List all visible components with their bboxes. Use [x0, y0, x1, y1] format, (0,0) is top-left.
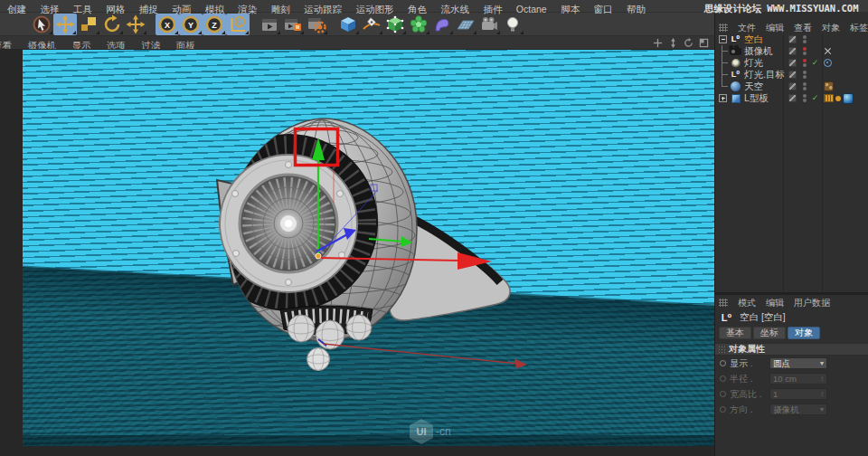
am-menu-userdata[interactable]: 用户数据: [794, 297, 830, 309]
am-menu-mode[interactable]: 模式: [738, 297, 756, 309]
display-dropdown[interactable]: 圆点: [769, 357, 827, 369]
keyframe-circle-icon[interactable]: [720, 375, 726, 382]
layer-toggle[interactable]: [785, 35, 799, 43]
target-tag-icon[interactable]: [824, 59, 832, 67]
layer-toggle[interactable]: [785, 82, 799, 90]
om-menu-file[interactable]: 文件: [738, 22, 756, 33]
vp-menu-display[interactable]: 显示: [71, 39, 90, 50]
pan-icon[interactable]: [652, 37, 664, 49]
layer-toggle[interactable]: [785, 71, 799, 79]
select-tool-icon[interactable]: [30, 14, 53, 35]
target-cross-tag-icon[interactable]: [824, 47, 832, 55]
x-axis-lock-icon[interactable]: X: [156, 14, 179, 35]
menu-simulate[interactable]: 模拟: [205, 3, 224, 15]
visibility-dots[interactable]: [799, 82, 809, 90]
menu-create[interactable]: 创建: [7, 3, 26, 15]
rotate-tool-icon[interactable]: [100, 14, 124, 35]
coordinate-system-icon[interactable]: [226, 14, 250, 35]
keyframe-circle-icon[interactable]: [720, 406, 726, 413]
toggle-view-icon[interactable]: [698, 37, 710, 49]
om-menu-tags[interactable]: 标签: [850, 22, 868, 33]
menu-character[interactable]: 角色: [408, 3, 427, 15]
orientation-dropdown[interactable]: 摄像机: [769, 404, 827, 415]
menu-octane[interactable]: Octane: [516, 3, 547, 15]
menu-mesh[interactable]: 网格: [106, 3, 125, 15]
menu-snap[interactable]: 捕捉: [139, 3, 158, 15]
am-menu-edit[interactable]: 编辑: [766, 297, 784, 309]
vp-menu-filter[interactable]: 过滤: [141, 39, 160, 50]
keyframe-circle-icon[interactable]: [720, 391, 726, 397]
object-properties-header[interactable]: 对象属性: [715, 343, 868, 356]
zoom-icon[interactable]: [667, 37, 679, 49]
visibility-dots[interactable]: [799, 59, 809, 67]
menu-mograph[interactable]: 运动图形: [356, 3, 394, 15]
menu-script[interactable]: 脚本: [561, 3, 580, 15]
menu-animate[interactable]: 动画: [172, 3, 191, 15]
visibility-dots[interactable]: [799, 94, 809, 102]
om-menu-object[interactable]: 对象: [822, 22, 840, 33]
move-tool-icon[interactable]: [53, 14, 77, 35]
enable-check[interactable]: [809, 92, 821, 104]
add-floor-icon[interactable]: [454, 14, 477, 35]
menu-sculpt[interactable]: 雕刻: [271, 3, 290, 15]
layer-toggle[interactable]: [785, 47, 799, 55]
aspect-field[interactable]: 1: [769, 388, 827, 400]
panel-grip-icon[interactable]: [719, 299, 728, 307]
menu-render[interactable]: 渲染: [238, 3, 257, 15]
vp-menu-cameras[interactable]: 摄像机: [27, 39, 56, 50]
om-menu-view[interactable]: 查看: [794, 22, 812, 33]
keyframe-circle-icon[interactable]: [720, 360, 726, 366]
z-axis-lock-icon[interactable]: Z: [203, 14, 226, 35]
rotate-view-icon[interactable]: [683, 37, 694, 49]
menu-motion-tracker[interactable]: 运动跟踪: [304, 3, 342, 15]
add-spline-icon[interactable]: [360, 14, 383, 35]
object-row-sky[interactable]: 天空: [715, 81, 868, 92]
render-settings-icon[interactable]: [305, 14, 328, 35]
add-cube-icon[interactable]: [336, 14, 360, 35]
tab-coordinates[interactable]: 坐标: [753, 327, 786, 339]
object-row-camera[interactable]: 摄像机: [715, 45, 868, 57]
menu-select[interactable]: 选择: [40, 3, 59, 15]
tab-object[interactable]: 对象: [788, 327, 820, 339]
viewport-3d[interactable]: UI -cn: [23, 50, 714, 446]
expand-toggle-icon[interactable]: [718, 33, 729, 45]
visibility-dots[interactable]: [799, 35, 809, 43]
render-picture-viewer-icon[interactable]: [281, 14, 305, 35]
layer-toggle[interactable]: [785, 94, 799, 102]
menu-pipeline[interactable]: 流水线: [440, 3, 469, 15]
radius-field[interactable]: 10 cm: [769, 373, 827, 385]
expand-toggle-icon[interactable]: [718, 92, 729, 104]
layer-toggle[interactable]: [785, 59, 799, 67]
add-deformer-icon[interactable]: [430, 14, 454, 35]
add-camera-icon[interactable]: [477, 14, 501, 35]
om-menu-edit[interactable]: 编辑: [766, 22, 784, 33]
last-used-tool-icon[interactable]: [124, 14, 147, 35]
menu-help[interactable]: 帮助: [627, 3, 646, 15]
menu-tools[interactable]: 工具: [73, 3, 92, 15]
vp-menu-options[interactable]: 选项: [107, 39, 126, 50]
panel-grip-icon[interactable]: [719, 24, 728, 32]
texture-tag-icon[interactable]: [824, 81, 834, 91]
object-row-null[interactable]: 空白: [715, 33, 868, 45]
add-light-icon[interactable]: [501, 14, 524, 35]
visibility-dots[interactable]: [799, 71, 809, 79]
material-dot-icon[interactable]: [835, 96, 841, 101]
vp-menu-panel[interactable]: 面板: [176, 39, 195, 50]
scale-tool-icon[interactable]: [77, 14, 100, 35]
menu-window[interactable]: 窗口: [594, 3, 613, 15]
add-mograph-icon[interactable]: [407, 14, 430, 35]
menu-plugins[interactable]: 插件: [483, 3, 502, 15]
enable-check[interactable]: [809, 57, 821, 69]
tab-basic[interactable]: 基本: [719, 327, 751, 339]
object-row-light-target[interactable]: 灯光.目标.1: [715, 69, 868, 81]
y-axis-lock-icon[interactable]: Y: [179, 14, 203, 35]
rocket-engine[interactable]: [220, 155, 357, 292]
film-tag-icon[interactable]: [824, 94, 834, 102]
object-row-light[interactable]: 灯光: [715, 57, 868, 69]
render-view-icon[interactable]: [258, 14, 281, 35]
rocket-base[interactable]: [280, 306, 373, 371]
vp-menu-view[interactable]: 查看: [0, 39, 12, 50]
add-subdivision-surface-icon[interactable]: [383, 14, 407, 35]
object-row-lboard[interactable]: L型板: [715, 92, 868, 104]
material-tag-icon[interactable]: [843, 93, 854, 104]
